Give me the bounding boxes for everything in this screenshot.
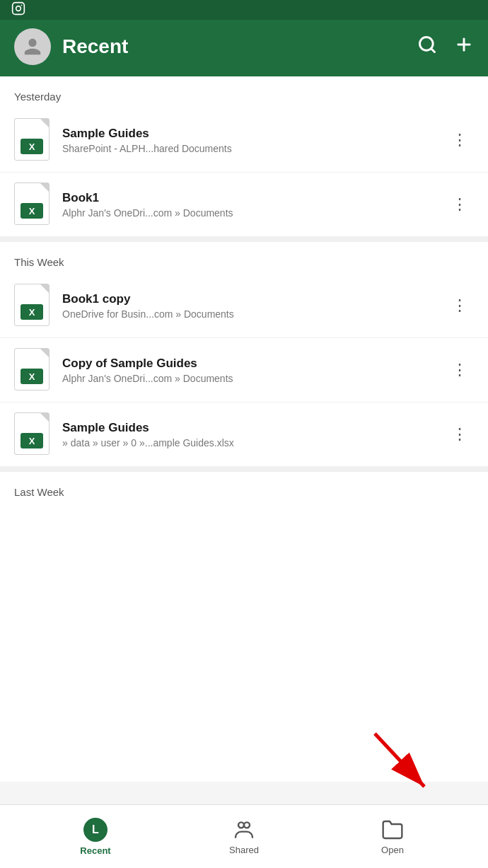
main-content: Yesterday X Sample Guides SharePoint - A… xyxy=(0,76,488,782)
section-label-this-week: This Week xyxy=(0,242,488,274)
file-list-yesterday: X Sample Guides SharePoint - ALPH...hare… xyxy=(0,108,488,236)
more-options-button[interactable]: ⋮ xyxy=(446,359,474,381)
list-item[interactable]: X Sample Guides SharePoint - ALPH...hare… xyxy=(0,108,488,173)
page-title: Recent xyxy=(62,35,406,58)
svg-point-1 xyxy=(16,6,21,11)
list-item[interactable]: X Sample Guides » data » user » 0 »...am… xyxy=(0,403,488,466)
section-label-yesterday: Yesterday xyxy=(0,76,488,108)
shared-icon xyxy=(233,818,255,841)
file-location: SharePoint - ALPH...hared Documents xyxy=(62,143,435,154)
file-list-this-week: X Book1 copy OneDrive for Busin...com » … xyxy=(0,274,488,466)
file-icon: X xyxy=(14,118,51,162)
file-icon: X xyxy=(14,284,51,328)
excel-badge: X xyxy=(21,304,43,320)
header-actions xyxy=(417,35,474,59)
file-info: Book1 copy OneDrive for Busin...com » Do… xyxy=(62,292,435,320)
file-icon: X xyxy=(14,183,51,226)
section-label-last-week: Last Week xyxy=(0,472,488,504)
section-yesterday: Yesterday X Sample Guides SharePoint - A… xyxy=(0,76,488,236)
nav-item-open[interactable]: Open xyxy=(318,818,467,855)
excel-badge: X xyxy=(21,139,43,154)
search-icon[interactable] xyxy=(417,35,437,59)
file-info: Sample Guides SharePoint - ALPH...hared … xyxy=(62,127,435,154)
svg-point-10 xyxy=(244,822,250,828)
more-options-button[interactable]: ⋮ xyxy=(446,424,474,445)
section-divider-2 xyxy=(0,466,488,472)
status-bar xyxy=(0,0,488,20)
nav-label-shared: Shared xyxy=(229,845,259,855)
user-avatar[interactable] xyxy=(14,28,51,65)
more-options-button[interactable]: ⋮ xyxy=(446,295,474,316)
file-name: Book1 xyxy=(62,191,435,205)
file-info: Book1 Alphr Jan's OneDri...com » Documen… xyxy=(62,191,435,219)
open-icon xyxy=(381,818,404,841)
section-last-week: Last Week xyxy=(0,472,488,504)
excel-badge: X xyxy=(21,433,43,449)
file-name: Copy of Sample Guides xyxy=(62,357,435,371)
nav-label-open: Open xyxy=(381,845,404,855)
excel-badge: X xyxy=(21,203,43,219)
nav-item-shared[interactable]: Shared xyxy=(170,818,318,855)
recent-avatar: L xyxy=(83,818,108,842)
add-icon[interactable] xyxy=(454,35,474,59)
file-info: Copy of Sample Guides Alphr Jan's OneDri… xyxy=(62,357,435,384)
svg-point-2 xyxy=(21,4,23,6)
section-this-week: This Week X Book1 copy OneDrive for Busi… xyxy=(0,242,488,466)
file-location: Alphr Jan's OneDri...com » Documents xyxy=(62,373,435,384)
file-location: OneDrive for Busin...com » Documents xyxy=(62,308,435,320)
file-icon: X xyxy=(14,348,51,392)
more-options-button[interactable]: ⋮ xyxy=(446,129,474,151)
bottom-nav: L Recent Shared Open xyxy=(0,804,488,868)
file-info: Sample Guides » data » user » 0 »...ampl… xyxy=(62,421,435,449)
file-icon: X xyxy=(14,412,51,456)
instagram-icon xyxy=(11,1,25,19)
file-name: Book1 copy xyxy=(62,292,435,306)
section-divider xyxy=(0,236,488,242)
file-location: » data » user » 0 »...ample Guides.xlsx xyxy=(62,437,435,449)
nav-label-recent: Recent xyxy=(80,845,110,856)
svg-line-4 xyxy=(431,48,434,52)
svg-point-9 xyxy=(238,822,244,828)
file-name: Sample Guides xyxy=(62,421,435,435)
app-header: Recent xyxy=(0,20,488,76)
list-item[interactable]: X Book1 Alphr Jan's OneDri...com » Docum… xyxy=(0,173,488,236)
file-location: Alphr Jan's OneDri...com » Documents xyxy=(62,207,435,219)
file-name: Sample Guides xyxy=(62,127,435,141)
more-options-button[interactable]: ⋮ xyxy=(446,194,474,215)
list-item[interactable]: X Copy of Sample Guides Alphr Jan's OneD… xyxy=(0,338,488,403)
svg-rect-0 xyxy=(13,2,25,14)
excel-badge: X xyxy=(21,369,43,384)
list-item[interactable]: X Book1 copy OneDrive for Busin...com » … xyxy=(0,274,488,338)
nav-item-recent[interactable]: L Recent xyxy=(21,818,170,856)
